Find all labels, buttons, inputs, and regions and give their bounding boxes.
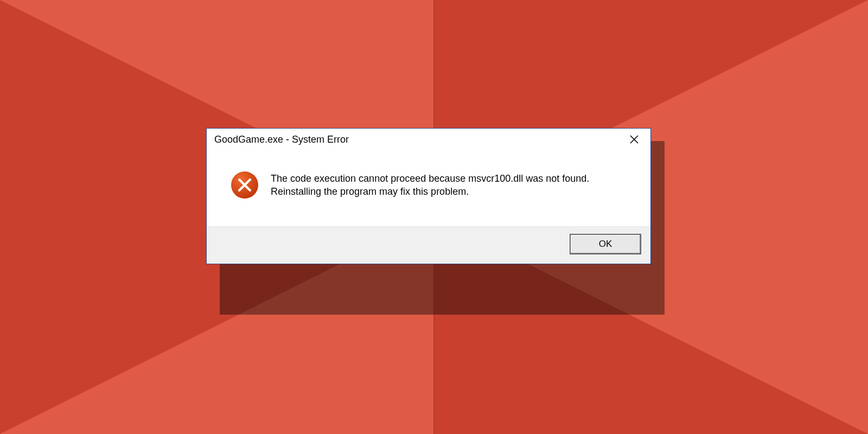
error-dialog: GoodGame.exe - System Error bbox=[206, 128, 651, 264]
close-button[interactable] bbox=[624, 132, 644, 147]
button-bar: OK bbox=[207, 226, 650, 264]
dialog-title: GoodGame.exe - System Error bbox=[214, 134, 349, 145]
close-icon bbox=[629, 135, 639, 144]
error-message: The code execution cannot proceed becaus… bbox=[271, 171, 607, 199]
ok-button[interactable]: OK bbox=[570, 234, 641, 254]
titlebar[interactable]: GoodGame.exe - System Error bbox=[207, 129, 650, 150]
dialog-content: The code execution cannot proceed becaus… bbox=[207, 150, 650, 226]
error-icon bbox=[231, 171, 259, 199]
